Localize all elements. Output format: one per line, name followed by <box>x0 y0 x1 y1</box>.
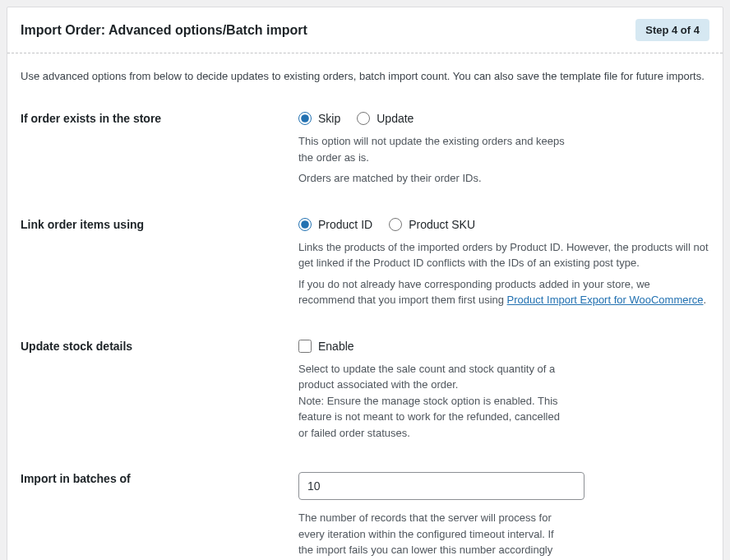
panel-header: Import Order: Advanced options/Batch imp… <box>7 7 723 53</box>
radio-product-sku[interactable]: Product SKU <box>389 218 475 231</box>
radio-group-link: Product ID Product SKU <box>298 218 709 231</box>
step-badge: Step 4 of 4 <box>635 19 709 41</box>
row-stock: Update stock details Enable Select to up… <box>21 340 709 447</box>
radio-product-id-input[interactable] <box>298 218 312 231</box>
label-order-exists: If order exists in the store <box>21 112 298 192</box>
controls-stock: Enable Select to update the sale count a… <box>298 340 709 447</box>
radio-product-sku-label: Product SKU <box>409 218 475 231</box>
radio-skip-label: Skip <box>318 112 340 125</box>
row-link-items: Link order items using Product ID Produc… <box>21 218 709 313</box>
radio-update-label: Update <box>377 112 414 125</box>
help-link-1: Links the products of the imported order… <box>298 239 709 271</box>
label-batch: Import in batches of <box>21 472 298 560</box>
batch-size-input[interactable] <box>298 472 584 500</box>
controls-order-exists: Skip Update This option will not update … <box>298 112 709 192</box>
help-link-2-post: . <box>704 294 707 306</box>
checkbox-enable-stock-label: Enable <box>318 340 354 353</box>
radio-skip[interactable]: Skip <box>298 112 340 125</box>
product-import-link[interactable]: Product Import Export for WooCommerce <box>507 294 704 306</box>
help-exists-1: This option will not update the existing… <box>298 133 571 165</box>
label-stock: Update stock details <box>21 340 298 447</box>
row-order-exists: If order exists in the store Skip Update… <box>21 112 709 192</box>
label-link-items: Link order items using <box>21 218 298 313</box>
row-batch: Import in batches of The number of recor… <box>21 472 709 560</box>
import-advanced-panel: Import Order: Advanced options/Batch imp… <box>7 7 723 560</box>
help-batch: The number of records that the server wi… <box>298 510 571 560</box>
checkbox-enable-stock[interactable]: Enable <box>298 340 354 353</box>
radio-skip-input[interactable] <box>298 112 312 125</box>
controls-batch: The number of records that the server wi… <box>298 472 709 560</box>
controls-link-items: Product ID Product SKU Links the product… <box>298 218 709 313</box>
radio-product-id[interactable]: Product ID <box>298 218 372 231</box>
radio-product-id-label: Product ID <box>318 218 372 231</box>
help-stock: Select to update the sale count and stoc… <box>298 361 571 442</box>
panel-body: Use advanced options from below to decid… <box>7 53 723 560</box>
radio-update[interactable]: Update <box>357 112 414 125</box>
help-link-2: If you do not already have corresponding… <box>298 276 709 308</box>
intro-text: Use advanced options from below to decid… <box>21 70 709 82</box>
radio-group-exists: Skip Update <box>298 112 709 125</box>
checkbox-enable-stock-input[interactable] <box>298 340 312 353</box>
help-exists-2: Orders are matched by their order IDs. <box>298 170 571 187</box>
radio-update-input[interactable] <box>357 112 370 125</box>
radio-product-sku-input[interactable] <box>389 218 402 231</box>
page-title: Import Order: Advanced options/Batch imp… <box>21 23 307 38</box>
